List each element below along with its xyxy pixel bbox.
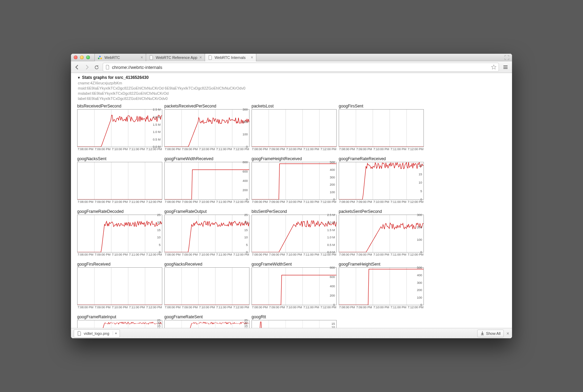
section-title: Stats graphs for ssrc_4136526430 (82, 75, 149, 80)
chart-title: googFrameRateOutput (164, 209, 249, 214)
close-shelf-button[interactable]: × (507, 331, 509, 336)
chart-bitsReceivedPerSecond: bitsReceivedPerSecond2.5 M2.0 M1.5 M1.0 … (77, 104, 162, 151)
download-filename: vidtel_logo.png (84, 331, 109, 336)
chart-x-labels: 7:08:00 PM7:09:00 PM7:10:00 PM7:11:00 PM… (252, 253, 337, 256)
chart-googFrameRateInput: googFrameRateInput252015105 (77, 314, 162, 328)
chart-plot-area: 3002001000 (164, 109, 249, 147)
chart-googFirsSent: googFirsSent7:08:00 PM7:09:00 PM7:10:00 … (339, 104, 424, 151)
chart-title: googRtt (252, 314, 337, 319)
chart-x-labels: 7:08:00 PM7:09:00 PM7:10:00 PM7:11:00 PM… (339, 147, 424, 151)
forward-button[interactable] (83, 64, 90, 71)
section-metadata: cname:4ZXkrucxjuzp/bKmmsid:6E9IaEYkyxIkT… (77, 81, 510, 101)
chart-plot-area: 20151050 (339, 162, 424, 200)
browser-tab[interactable]: WebRTC Reference App× (146, 54, 205, 61)
chart-title: googFrameRateReceived (339, 156, 424, 161)
disclosure-triangle-icon[interactable]: ▼ (77, 76, 81, 80)
chart-x-labels: 7:08:00 PM7:09:00 PM7:10:00 PM7:11:00 PM… (339, 253, 424, 256)
chart-title: packetsSentPerSecond (339, 209, 424, 214)
chart-googFrameHeightReceived: googFrameHeightReceived50040030020010007… (252, 156, 337, 204)
chart-plot-area: 8006004002000 (252, 267, 337, 305)
chart-title: googFirsSent (339, 104, 424, 109)
chart-googNacksSent: googNacksSent7:08:00 PM7:09:00 PM7:10:00… (77, 156, 162, 204)
zoom-window-button[interactable] (86, 55, 90, 59)
chart-bitsSentPerSecond: bitsSentPerSecond2.5 M2.0 M1.5 M1.0 M0.5… (252, 209, 337, 256)
chart-googFrameHeightSent: googFrameHeightSent50040030020010007:08:… (339, 262, 424, 309)
minimize-window-button[interactable] (80, 55, 84, 59)
chart-title: googFrameWidthSent (252, 262, 337, 267)
chart-googFrameRateReceived: googFrameRateReceived201510507:08:00 PM7… (339, 156, 424, 204)
chart-x-labels: 7:08:00 PM7:09:00 PM7:10:00 PM7:11:00 PM… (164, 200, 249, 204)
chart-googNacksReceived: googNacksReceived7:08:00 PM7:09:00 PM7:1… (164, 262, 249, 309)
chart-googFrameRateSent: googFrameRateSent252015105 (164, 314, 249, 328)
address-bar[interactable] (103, 63, 499, 72)
chart-x-labels: 7:08:00 PM7:09:00 PM7:10:00 PM7:11:00 PM… (77, 306, 162, 309)
back-button[interactable] (74, 64, 81, 71)
chart-title: googFrameRateDecoded (77, 209, 162, 214)
browser-window: WebRTC×WebRTC Reference App×WebRTC Inter… (71, 54, 512, 338)
tab-label: WebRTC Reference App (156, 55, 197, 60)
svg-point-1 (98, 58, 99, 59)
download-item[interactable]: vidtel_logo.png ▾ (74, 329, 120, 338)
chart-plot-area (77, 162, 162, 200)
browser-tab[interactable]: WebRTC× (94, 54, 146, 61)
close-tab-icon[interactable]: × (251, 55, 253, 60)
chart-googFrameRateDecoded: googFrameRateDecoded25201510507:08:00 PM… (77, 209, 162, 256)
chart-title: googFirsReceived (77, 262, 162, 267)
chart-googFrameWidthSent: googFrameWidthSent80060040020007:08:00 P… (252, 262, 337, 309)
reload-button[interactable] (93, 64, 100, 71)
chart-googFrameWidthReceived: googFrameWidthReceived80060040020007:08:… (164, 156, 249, 204)
chart-plot-area (164, 267, 249, 305)
chart-x-labels: 7:08:00 PM7:09:00 PM7:10:00 PM7:11:00 PM… (164, 253, 249, 256)
chart-x-labels: 7:08:00 PM7:09:00 PM7:10:00 PM7:11:00 PM… (252, 306, 337, 309)
tab-favicon (208, 55, 213, 60)
chart-plot-area: 2.5 M2.0 M1.5 M1.0 M0.5 M0.0 M (77, 109, 162, 147)
chrome-menu-button[interactable] (502, 63, 509, 71)
chart-googRtt: googRtt1510 (252, 314, 337, 328)
chart-plot-area: 252015105 (164, 320, 249, 328)
chart-plot-area (77, 267, 162, 305)
chart-plot-area: 5004003002001000 (339, 267, 424, 305)
show-all-downloads-button[interactable]: Show All (477, 330, 504, 337)
download-arrow-icon (480, 331, 484, 336)
svg-point-0 (99, 55, 101, 57)
chart-googFirsReceived: googFirsReceived7:08:00 PM7:09:00 PM7:10… (77, 262, 162, 309)
chart-x-labels: 7:08:00 PM7:09:00 PM7:10:00 PM7:11:00 PM… (252, 147, 337, 151)
fullscreen-icon[interactable] (504, 55, 509, 60)
chart-plot-area: 1510 (252, 320, 337, 328)
chart-plot-area: 8006004002000 (164, 162, 249, 200)
chart-googFrameRateOutput: googFrameRateOutput25201510507:08:00 PM7… (164, 209, 249, 256)
page-icon (105, 65, 110, 70)
chart-x-labels: 7:08:00 PM7:09:00 PM7:10:00 PM7:11:00 PM… (252, 200, 337, 204)
url-input[interactable] (112, 65, 489, 70)
tab-favicon (98, 55, 102, 60)
chart-plot-area: 5004003002001000 (252, 162, 337, 200)
charts-grid: bitsReceivedPerSecond2.5 M2.0 M1.5 M1.0 … (77, 104, 510, 328)
chart-packetsSentPerSecond: packetsSentPerSecond30020010007:08:00 PM… (339, 209, 424, 256)
bookmark-star-icon[interactable] (491, 64, 497, 70)
chart-x-labels: 7:08:00 PM7:09:00 PM7:10:00 PM7:11:00 PM… (339, 306, 424, 309)
chart-x-labels: 7:08:00 PM7:09:00 PM7:10:00 PM7:11:00 PM… (164, 306, 249, 309)
tab-favicon (149, 55, 154, 60)
chart-title: packetsReceivedPerSecond (164, 104, 249, 109)
chart-title: googFrameHeightSent (339, 262, 424, 267)
chart-plot-area: 3002001000 (339, 215, 424, 252)
svg-point-2 (100, 58, 102, 59)
close-tab-icon[interactable]: × (200, 55, 202, 60)
close-tab-icon[interactable]: × (141, 55, 143, 60)
window-controls (74, 55, 90, 59)
browser-tab[interactable]: WebRTC Internals× (205, 54, 256, 61)
chart-title: bitsSentPerSecond (252, 209, 337, 214)
chart-title: googFrameHeightReceived (252, 156, 337, 161)
close-window-button[interactable] (74, 55, 78, 59)
file-icon (77, 331, 82, 336)
section-header[interactable]: ▼ Stats graphs for ssrc_4136526430 (77, 75, 510, 80)
chart-plot-area: 2.5 M2.0 M1.5 M1.0 M0.5 M0.0 M (252, 215, 337, 252)
chart-plot-area (252, 109, 337, 147)
chevron-down-icon[interactable]: ▾ (113, 331, 117, 335)
chart-title: googNacksReceived (164, 262, 249, 267)
chart-x-labels: 7:08:00 PM7:09:00 PM7:10:00 PM7:11:00 PM… (77, 200, 162, 204)
chart-x-labels: 7:08:00 PM7:09:00 PM7:10:00 PM7:11:00 PM… (77, 147, 162, 151)
chart-title: googFrameRateInput (77, 314, 162, 319)
chart-x-labels: 7:08:00 PM7:09:00 PM7:10:00 PM7:11:00 PM… (77, 253, 162, 256)
chart-x-labels: 7:08:00 PM7:09:00 PM7:10:00 PM7:11:00 PM… (164, 147, 249, 151)
